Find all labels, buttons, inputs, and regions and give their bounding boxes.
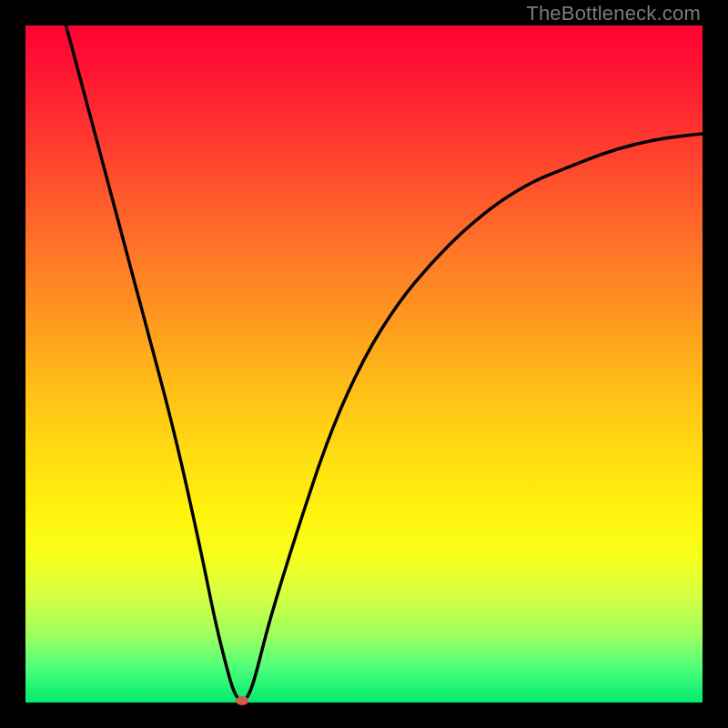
plot-area bbox=[25, 25, 703, 703]
chart-frame: TheBottleneck.com bbox=[0, 0, 728, 728]
minimum-marker bbox=[236, 696, 248, 705]
watermark-text: TheBottleneck.com bbox=[526, 2, 701, 25]
bottleneck-curve-svg bbox=[25, 25, 703, 703]
bottleneck-curve-path bbox=[66, 25, 703, 701]
